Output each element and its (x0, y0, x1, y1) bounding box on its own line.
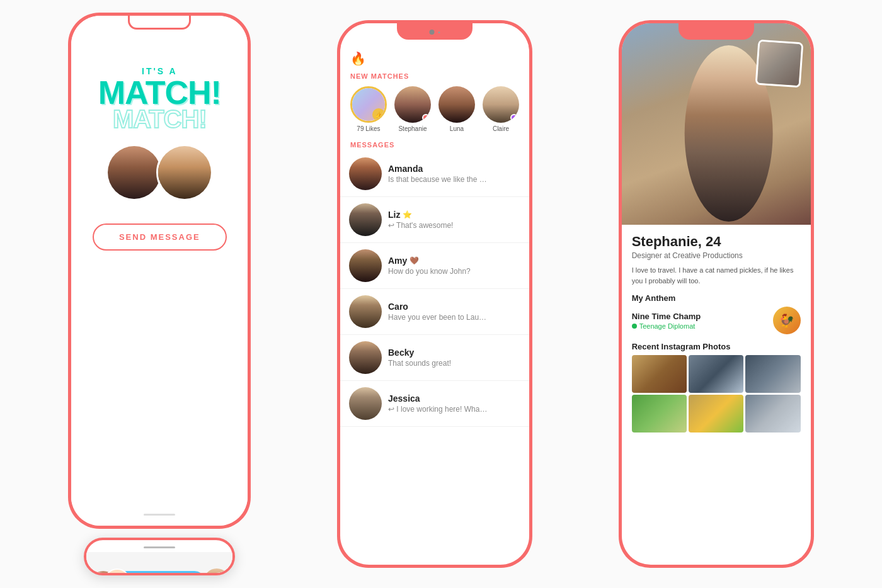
green-dot-icon (632, 324, 637, 329)
new-matches-row: 👍 79 Likes Stephanie (340, 82, 529, 139)
stephanie-label: Stephanie (398, 125, 427, 132)
instagram-section: Recent Instagram Photos (632, 342, 801, 433)
match-item-likes[interactable]: 👍 79 Likes (350, 86, 387, 132)
profile-photo-area (622, 23, 811, 225)
profile-info: Stephanie, 24 Designer at Creative Produ… (622, 225, 811, 565)
profile-photo-bg (622, 23, 811, 225)
jessica-preview: ↩ I love working here! What do you... (388, 405, 489, 414)
liz-content: Liz ⭐ ↩ That's awesome! (388, 210, 520, 230)
phone2-notch-area (340, 23, 529, 46)
phone-messages: 🔥 NEW MATCHES 👍 79 Likes (337, 20, 532, 568)
chat-content: 🙋‍♀️ You have excellent taste in music! … (86, 552, 232, 575)
send-message-button[interactable]: SEND MESSAGE (93, 223, 227, 251)
new-match-dot (422, 114, 430, 122)
home-indicator (144, 514, 175, 516)
becky-preview: That sounds great! (388, 359, 489, 368)
caro-name: Caro (388, 302, 520, 312)
amanda-avatar (349, 157, 382, 190)
conversation-liz[interactable]: Liz ⭐ ↩ That's awesome! (340, 197, 529, 243)
caro-preview: Have you ever been to Laurel Har... (388, 313, 489, 322)
chat-right-avatar (203, 568, 230, 575)
match-text-ghost: MATCH! (98, 109, 221, 129)
anthem-section-title: My Anthem (632, 293, 801, 303)
amy-avatar (349, 249, 382, 282)
anthem-info: Nine Time Champ Teenage Diplomat (632, 312, 767, 330)
amanda-name: Amanda (388, 164, 520, 174)
amanda-content: Amanda Is that because we like the same.… (388, 164, 520, 184)
likes-label: 79 Likes (357, 125, 380, 132)
star-icon: ⭐ (403, 210, 412, 219)
match-item-luna[interactable]: Luna (438, 86, 475, 132)
stephanie-avatar (394, 86, 431, 123)
profile-name: Stephanie, 24 (632, 234, 801, 250)
like-badge: 👍 (372, 108, 385, 121)
messages-list: Amanda Is that because we like the same.… (340, 151, 529, 565)
insta-photo-1 (632, 355, 687, 393)
instagram-grid (632, 355, 801, 433)
phone-match: IT'S A MATCH! MATCH! SEND MESSAGE (68, 13, 251, 529)
anthem-album-art: 🐓 (773, 307, 801, 334)
tinder-flame-icon: 🔥 (350, 51, 366, 66)
chat-bubble-blue: You have excellent taste in music! (117, 571, 205, 575)
match-text: MATCH! (98, 76, 221, 109)
match-avatar-man (156, 144, 213, 201)
match-avatar-woman (106, 144, 163, 201)
insta-photo-4 (632, 395, 687, 433)
insta-photo-5 (689, 395, 743, 433)
instagram-section-title: Recent Instagram Photos (632, 342, 801, 351)
anthem-artist: Teenage Diplomat (639, 322, 696, 330)
claire-avatar (483, 86, 519, 123)
emoji-badge: 🤎 (410, 256, 419, 265)
match-item-stephanie[interactable]: Stephanie (394, 86, 431, 132)
new-matches-label: NEW MATCHES (340, 70, 529, 82)
conversation-caro[interactable]: Caro Have you ever been to Laurel Har... (340, 289, 529, 335)
liz-name: Liz ⭐ (388, 210, 520, 220)
claire-dot (510, 114, 518, 122)
jessica-content: Jessica ↩ I love working here! What do y… (388, 393, 520, 414)
luna-label: Luna (450, 125, 464, 132)
anthem-song-name: Nine Time Champ (632, 312, 767, 321)
match-item-claire[interactable]: Claire (483, 86, 519, 132)
corner-photo (755, 40, 803, 88)
luna-avatar (438, 86, 475, 123)
match-avatars (106, 144, 213, 201)
caro-content: Caro Have you ever been to Laurel Har... (388, 302, 520, 322)
liz-preview: ↩ That's awesome! (388, 221, 489, 230)
phone-profile: Stephanie, 24 Designer at Creative Produ… (619, 20, 814, 568)
jessica-avatar (349, 387, 382, 420)
claire-label: Claire (493, 125, 509, 132)
top-bar (144, 546, 175, 548)
conversation-becky[interactable]: Becky That sounds great! (340, 335, 529, 381)
insta-photo-3 (745, 355, 800, 393)
conversation-jessica[interactable]: Jessica ↩ I love working here! What do y… (340, 381, 529, 427)
becky-content: Becky That sounds great! (388, 348, 520, 368)
conversation-amy[interactable]: Amy 🤎 How do you know John? (340, 243, 529, 289)
caro-avatar (349, 295, 382, 328)
likes-avatar: 👍 (350, 86, 387, 123)
liz-avatar (349, 203, 382, 236)
messages-header: 🔥 (340, 46, 529, 70)
profile-bio: I love to travel. I have a cat named pic… (632, 265, 801, 286)
phone-notch (128, 16, 191, 30)
chat-bitmoji-avatar: 🙋‍♀️ (104, 568, 130, 575)
match-title-block: IT'S A MATCH! MATCH! (98, 66, 221, 129)
insta-photo-6 (745, 395, 800, 433)
amanda-preview: Is that because we like the same... (388, 175, 489, 184)
conversation-amanda[interactable]: Amanda Is that because we like the same.… (340, 151, 529, 197)
anthem-playing-row: Teenage Diplomat (632, 322, 767, 330)
match-screen: IT'S A MATCH! MATCH! SEND MESSAGE (71, 16, 248, 526)
left-column: IT'S A MATCH! MATCH! SEND MESSAGE (68, 13, 251, 575)
becky-name: Becky (388, 348, 520, 358)
messages-label: MESSAGES (340, 139, 529, 151)
amy-content: Amy 🤎 How do you know John? (388, 256, 520, 276)
profile-job: Designer at Creative Productions (632, 251, 801, 260)
anthem-row: Nine Time Champ Teenage Diplomat 🐓 (632, 307, 801, 334)
insta-photo-2 (689, 355, 743, 393)
phone3-notch (679, 23, 754, 40)
amy-name: Amy 🤎 (388, 256, 520, 266)
amy-preview: How do you know John? (388, 267, 489, 276)
jessica-name: Jessica (388, 393, 520, 404)
becky-avatar (349, 341, 382, 374)
phone-chat: 🙋‍♀️ You have excellent taste in music! … (84, 538, 235, 575)
